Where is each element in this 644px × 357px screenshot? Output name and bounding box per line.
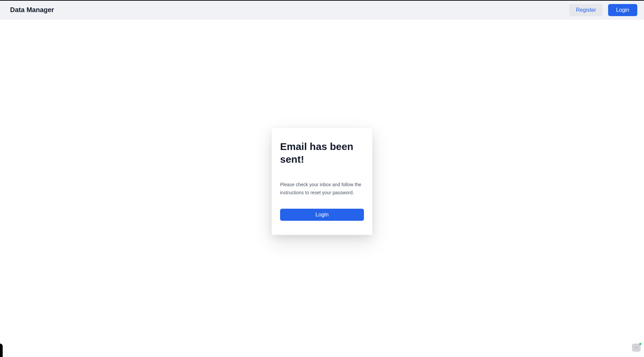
login-button[interactable]: Login [608, 4, 637, 16]
card-title: Email has been sent! [280, 140, 364, 165]
app-title: Data Manager [10, 6, 54, 14]
app-header: Data Manager Register Login [0, 1, 644, 19]
card-message: Please check your inbox and follow the i… [280, 181, 364, 196]
header-buttons: Register Login [569, 4, 637, 16]
chevron-down-icon [634, 345, 639, 350]
register-button[interactable]: Register [569, 4, 603, 16]
left-edge-decoration [0, 344, 3, 357]
email-sent-card: Email has been sent! Please check your i… [272, 128, 372, 235]
help-widget[interactable] [632, 344, 641, 352]
card-login-button[interactable]: Login [280, 209, 364, 221]
main-content: Email has been sent! Please check your i… [0, 19, 644, 357]
